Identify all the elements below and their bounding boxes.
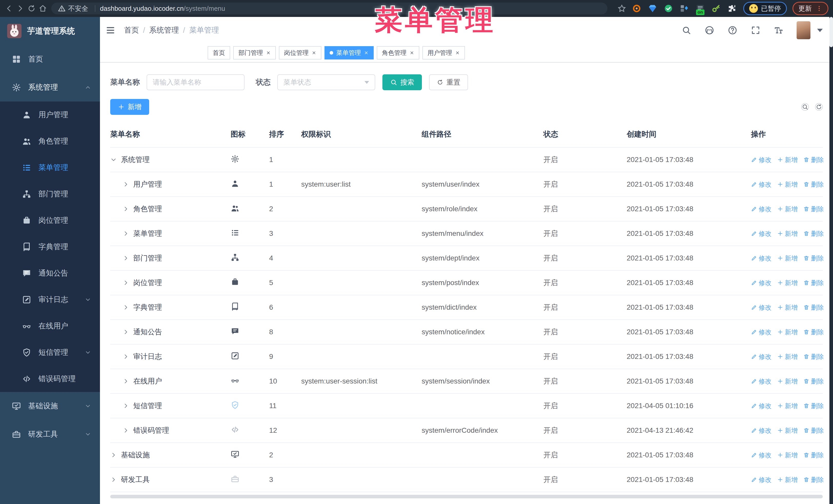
horizontal-scrollbar[interactable]	[110, 495, 823, 498]
tab-部门管理[interactable]: 部门管理	[233, 46, 276, 59]
refresh-table-button[interactable]	[815, 103, 823, 111]
add-action[interactable]: 新增	[777, 353, 798, 361]
sidebar-item-tool[interactable]: 研发工具	[0, 420, 100, 448]
delete-action[interactable]: 删除	[803, 377, 824, 386]
sidebar-item-online[interactable]: 在线用户	[0, 313, 100, 339]
expand-row-icon[interactable]	[122, 403, 129, 409]
delete-action[interactable]: 删除	[803, 426, 824, 435]
sidebar-item-sms[interactable]: 短信管理	[0, 339, 100, 365]
paused-extension-button[interactable]: 已暂停	[743, 2, 787, 15]
close-tab-icon[interactable]	[312, 50, 316, 55]
extension-green-check-icon[interactable]	[663, 3, 674, 14]
breadcrumb-item[interactable]: 系统管理	[149, 25, 179, 35]
question-icon[interactable]	[727, 24, 739, 37]
edit-action[interactable]: 修改	[751, 476, 771, 484]
sidebar-item-log[interactable]: 审计日志	[0, 286, 100, 313]
sidebar-item-system[interactable]: 系统管理	[0, 73, 100, 101]
sidebar-collapse-icon[interactable]	[105, 25, 115, 35]
toggle-search-button[interactable]	[801, 103, 809, 111]
close-tab-icon[interactable]	[455, 50, 460, 55]
edit-action[interactable]: 修改	[751, 328, 771, 336]
sidebar-item-dict[interactable]: 字典管理	[0, 234, 100, 260]
add-button[interactable]: 新增	[110, 99, 149, 115]
tab-角色管理[interactable]: 角色管理	[377, 46, 419, 59]
add-action[interactable]: 新增	[777, 426, 798, 435]
delete-action[interactable]: 删除	[803, 155, 824, 164]
expand-row-icon[interactable]	[122, 206, 129, 212]
status-select[interactable]: 菜单状态	[277, 74, 375, 90]
bookmark-star-icon[interactable]	[617, 4, 626, 13]
extension-key-icon[interactable]	[711, 3, 722, 14]
extension-tabs-icon[interactable]	[679, 3, 690, 14]
expand-row-icon[interactable]	[122, 280, 129, 286]
edit-action[interactable]: 修改	[751, 451, 771, 459]
delete-action[interactable]: 删除	[803, 402, 824, 410]
expand-row-icon[interactable]	[122, 230, 129, 237]
edit-action[interactable]: 修改	[751, 303, 771, 312]
expand-row-icon[interactable]	[110, 452, 117, 458]
delete-action[interactable]: 删除	[803, 476, 824, 484]
sidebar-item-infra[interactable]: 基础设施	[0, 392, 100, 420]
browser-back-button[interactable]	[5, 4, 13, 13]
browser-update-button[interactable]: 更新	[792, 2, 828, 15]
edit-action[interactable]: 修改	[751, 254, 771, 263]
search-icon[interactable]	[680, 24, 693, 37]
add-action[interactable]: 新增	[777, 402, 798, 410]
tab-首页[interactable]: 首页	[208, 46, 230, 59]
edit-action[interactable]: 修改	[751, 230, 771, 238]
browser-forward-button[interactable]	[16, 4, 25, 13]
add-action[interactable]: 新增	[777, 205, 798, 213]
delete-action[interactable]: 删除	[803, 328, 824, 336]
address-bar[interactable]: 不安全 dashboard.yudao.iocoder.cn /system/m…	[51, 3, 608, 14]
edit-action[interactable]: 修改	[751, 402, 771, 410]
collapse-row-icon[interactable]	[110, 157, 117, 163]
add-action[interactable]: 新增	[777, 303, 798, 312]
font-size-icon[interactable]	[772, 24, 785, 37]
delete-action[interactable]: 删除	[803, 205, 824, 213]
expand-row-icon[interactable]	[122, 378, 129, 385]
user-avatar[interactable]	[796, 21, 810, 39]
avatar-caret-icon[interactable]	[817, 29, 823, 32]
close-tab-icon[interactable]	[410, 50, 414, 55]
reset-button[interactable]: 重置	[429, 74, 468, 90]
github-icon[interactable]	[703, 24, 716, 37]
expand-row-icon[interactable]	[122, 304, 129, 311]
add-action[interactable]: 新增	[777, 328, 798, 336]
add-action[interactable]: 新增	[777, 279, 798, 287]
extension-orange-ring-icon[interactable]	[631, 3, 642, 14]
edit-action[interactable]: 修改	[751, 353, 771, 361]
edit-action[interactable]: 修改	[751, 279, 771, 287]
sidebar-item-user[interactable]: 用户管理	[0, 101, 100, 128]
expand-row-icon[interactable]	[122, 353, 129, 360]
delete-action[interactable]: 删除	[803, 451, 824, 459]
app-logo-row[interactable]: 芋道管理系统	[0, 17, 100, 45]
expand-row-icon[interactable]	[110, 476, 117, 483]
edit-action[interactable]: 修改	[751, 426, 771, 435]
sidebar-item-menu[interactable]: 菜单管理	[0, 154, 100, 181]
add-action[interactable]: 新增	[777, 230, 798, 238]
delete-action[interactable]: 删除	[803, 254, 824, 263]
edit-action[interactable]: 修改	[751, 377, 771, 386]
browser-home-button[interactable]	[39, 4, 47, 13]
search-button[interactable]: 搜索	[382, 74, 422, 90]
fullscreen-icon[interactable]	[749, 24, 762, 37]
edit-action[interactable]: 修改	[751, 180, 771, 189]
extension-list-icon[interactable]: on	[695, 3, 706, 14]
vertical-scrollbar[interactable]	[829, 17, 833, 504]
add-action[interactable]: 新增	[777, 476, 798, 484]
sidebar-item-errcode[interactable]: 错误码管理	[0, 365, 100, 392]
extension-puzzle-icon[interactable]	[727, 3, 738, 14]
sidebar-item-dept[interactable]: 部门管理	[0, 181, 100, 207]
delete-action[interactable]: 删除	[803, 230, 824, 238]
edit-action[interactable]: 修改	[751, 205, 771, 213]
expand-row-icon[interactable]	[122, 255, 129, 262]
browser-reload-button[interactable]	[27, 4, 36, 13]
tab-菜单管理[interactable]: 菜单管理	[325, 46, 374, 59]
browser-menu-dots-icon[interactable]	[816, 5, 823, 12]
sidebar-item-notice[interactable]: 通知公告	[0, 260, 100, 286]
add-action[interactable]: 新增	[777, 155, 798, 164]
sidebar-item-role[interactable]: 角色管理	[0, 128, 100, 154]
expand-row-icon[interactable]	[122, 427, 129, 434]
vertical-scrollbar-thumb[interactable]	[829, 17, 833, 47]
tab-岗位管理[interactable]: 岗位管理	[279, 46, 322, 59]
